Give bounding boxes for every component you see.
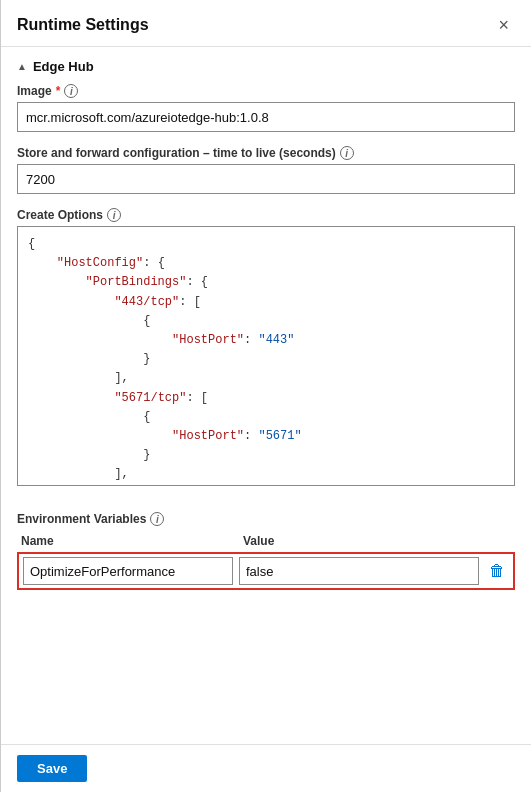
edge-hub-section-header[interactable]: ▲ Edge Hub [17,59,515,74]
ttl-field-group: Store and forward configuration – time t… [17,146,515,194]
required-star: * [56,84,61,98]
panel-footer: Save [1,744,531,792]
edge-hub-section: ▲ Edge Hub Image * i Store and forward c… [1,47,531,486]
env-col-value-header: Value [239,534,513,548]
panel-header: Runtime Settings × [1,0,531,47]
ttl-input[interactable] [17,164,515,194]
code-line: } [18,350,514,369]
edge-hub-section-label: Edge Hub [33,59,94,74]
env-vars-info-icon[interactable]: i [150,512,164,526]
image-field-label: Image * i [17,84,515,98]
code-line: "8883/tcp": [ [18,484,514,486]
create-options-editor[interactable]: { "HostConfig": { "PortBindings": { "443… [17,226,515,486]
code-line: "HostPort": "443" [18,331,514,350]
image-input[interactable] [17,102,515,132]
code-line: "HostConfig": { [18,254,514,273]
delete-env-var-button[interactable]: 🗑 [485,560,509,582]
create-options-group: Create Options i { "HostConfig": { "Port… [17,208,515,486]
code-line: "5671/tcp": [ [18,389,514,408]
image-info-icon[interactable]: i [64,84,78,98]
panel-title: Runtime Settings [17,16,149,34]
code-line: "443/tcp": [ [18,293,514,312]
code-line: } [18,446,514,465]
code-line: ], [18,465,514,484]
env-value-input[interactable] [239,557,479,585]
code-line: "HostPort": "5671" [18,427,514,446]
code-line: { [18,235,514,254]
code-line: "PortBindings": { [18,273,514,292]
code-line: { [18,312,514,331]
create-options-info-icon[interactable]: i [107,208,121,222]
save-button[interactable]: Save [17,755,87,782]
trash-icon: 🗑 [489,562,505,580]
close-button[interactable]: × [492,14,515,36]
chevron-up-icon: ▲ [17,61,27,72]
ttl-info-icon[interactable]: i [340,146,354,160]
env-variable-row: 🗑 [17,552,515,590]
runtime-settings-panel: Runtime Settings × ▲ Edge Hub Image * i … [0,0,531,792]
create-options-label: Create Options i [17,208,515,222]
ttl-field-label: Store and forward configuration – time t… [17,146,515,160]
env-table-header: Name Value [17,534,515,548]
code-line: ], [18,369,514,388]
env-vars-label: Environment Variables i [17,512,515,526]
env-col-name-header: Name [19,534,239,548]
image-field-group: Image * i [17,84,515,132]
env-vars-section: Environment Variables i Name Value 🗑 [1,500,531,590]
code-line: { [18,408,514,427]
env-name-input[interactable] [23,557,233,585]
